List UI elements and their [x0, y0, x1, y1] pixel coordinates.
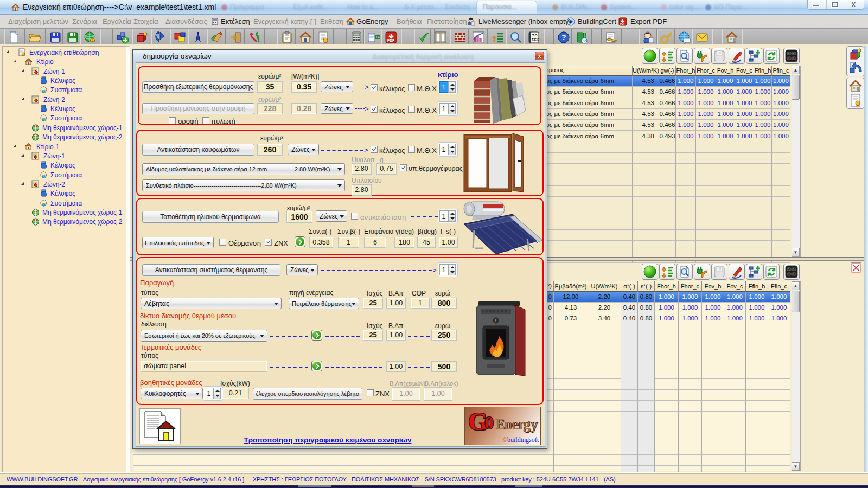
svg-text:?: ?: [561, 33, 566, 42]
svg-text:!: !: [92, 38, 93, 42]
svg-text:PDF: PDF: [387, 38, 394, 42]
svg-text:T.E.E: T.E.E: [532, 38, 539, 41]
svg-text:T.O.: T.O.: [532, 34, 538, 37]
svg-text:PDF: PDF: [620, 22, 626, 25]
svg-text:TEE: TEE: [375, 35, 380, 38]
svg-text:?: ?: [583, 38, 586, 43]
